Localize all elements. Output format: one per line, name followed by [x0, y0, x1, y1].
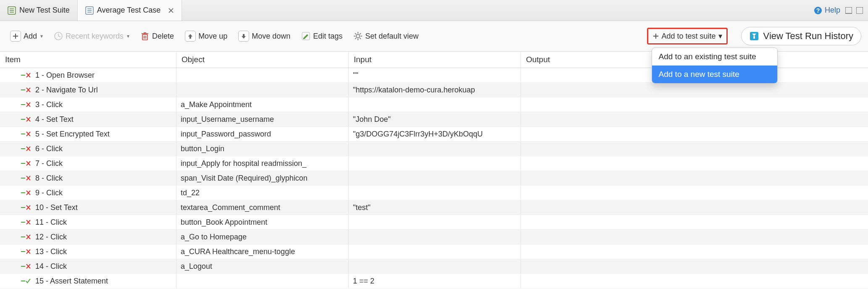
- step-status-icon: [21, 219, 31, 226]
- step-status-icon: [21, 278, 31, 284]
- table-row[interactable]: 6 - Clickbutton_Login: [0, 142, 868, 156]
- cell-output: [521, 230, 868, 244]
- chevron-down-icon: ▾: [40, 33, 43, 39]
- cell-item: 3 - Click: [0, 97, 176, 112]
- table-row[interactable]: 7 - Clickinput_Apply for hospital readmi…: [0, 156, 868, 171]
- cell-input: "https://katalon-demo-cura.herokuap: [349, 83, 521, 97]
- cell-output: [521, 274, 868, 288]
- step-label: 11 - Click: [35, 218, 67, 227]
- step-status-icon: [21, 72, 31, 79]
- cell-input: "John Doe": [349, 112, 521, 126]
- delete-button[interactable]: Delete: [137, 29, 177, 43]
- view-test-run-history-button[interactable]: View Test Run History: [741, 27, 861, 45]
- move-down-button[interactable]: Move down: [235, 28, 294, 44]
- tab-new-test-suite[interactable]: New Test Suite: [0, 0, 78, 21]
- cell-item: 14 - Click: [0, 259, 176, 273]
- cell-object: [176, 274, 349, 288]
- plus-icon: [652, 33, 659, 39]
- window-buttons: [845, 7, 863, 14]
- step-label: 2 - Navigate To Url: [35, 86, 98, 94]
- cell-output: [521, 112, 868, 126]
- step-label: 8 - Click: [35, 174, 63, 183]
- dropdown-item-label: Add to a new test suite: [659, 70, 739, 79]
- cell-object: [176, 68, 349, 82]
- svg-line-31: [355, 38, 356, 39]
- table-row[interactable]: 8 - Clickspan_Visit Date (Required)_glyp…: [0, 171, 868, 186]
- cell-output: [521, 215, 868, 229]
- step-status-icon: [21, 234, 31, 240]
- set-default-view-button[interactable]: Set default view: [350, 29, 422, 43]
- cell-item: 1 - Open Browser: [0, 68, 176, 82]
- trash-icon: [140, 32, 150, 41]
- svg-line-29: [355, 33, 356, 34]
- cell-input: [349, 259, 521, 273]
- tab-bar: New Test Suite Average Test Case ? Help: [0, 0, 868, 21]
- delete-label: Delete: [152, 32, 174, 41]
- move-up-button[interactable]: Move up: [181, 28, 231, 44]
- cell-object: [176, 83, 349, 97]
- toolbar: Add ▾ Recent keywords ▾ Delete Move up: [0, 21, 868, 52]
- cell-object: a_Make Appointment: [176, 97, 349, 112]
- column-header-input[interactable]: Input: [349, 52, 521, 68]
- table-row[interactable]: 12 - Clicka_Go to Homepage: [0, 230, 868, 244]
- cell-output: [521, 259, 868, 273]
- tab-label: New Test Suite: [19, 6, 70, 15]
- table-row[interactable]: 10 - Set Texttextarea_Comment_comment"te…: [0, 200, 868, 215]
- cell-item: 13 - Click: [0, 244, 176, 259]
- cell-object: button_Login: [176, 142, 349, 156]
- help-link[interactable]: ? Help: [814, 6, 840, 15]
- add-button[interactable]: Add ▾: [7, 28, 46, 44]
- add-to-test-suite-button[interactable]: Add to test suite ▾: [650, 30, 725, 42]
- recent-keywords-label: Recent keywords: [66, 32, 124, 41]
- tabbar-right: ? Help: [814, 0, 868, 21]
- cell-item: 12 - Click: [0, 230, 176, 244]
- minimize-button[interactable]: [845, 7, 852, 14]
- table-row[interactable]: 13 - Clicka_CURA Healthcare_menu-toggle: [0, 244, 868, 259]
- cell-item: 5 - Set Encrypted Text: [0, 127, 176, 141]
- table-row[interactable]: 15 - Assert Statement1 == 2: [0, 274, 868, 289]
- cell-object: button_Book Appointment: [176, 215, 349, 229]
- svg-line-30: [360, 38, 361, 39]
- table-row[interactable]: 2 - Navigate To Url"https://katalon-demo…: [0, 83, 868, 97]
- help-label: Help: [825, 6, 840, 15]
- table-row[interactable]: 5 - Set Encrypted Textinput_Password_pas…: [0, 127, 868, 142]
- cell-output: [521, 186, 868, 200]
- dropdown-item-existing-suite[interactable]: Add to an existing test suite: [652, 48, 777, 66]
- dropdown-item-new-suite[interactable]: Add to a new test suite: [652, 66, 777, 83]
- step-label: 14 - Click: [35, 262, 67, 271]
- cell-item: 6 - Click: [0, 142, 176, 156]
- cell-item: 11 - Click: [0, 215, 176, 229]
- add-to-test-suite-dropdown: Add to an existing test suite Add to a n…: [652, 47, 778, 84]
- table-row[interactable]: 14 - Clicka_Logout: [0, 259, 868, 274]
- column-header-item[interactable]: Item: [0, 52, 176, 68]
- edit-tags-button[interactable]: Edit tags: [298, 29, 346, 43]
- table-row[interactable]: 9 - Clicktd_22: [0, 186, 868, 200]
- column-header-object[interactable]: Object: [176, 52, 349, 68]
- gear-icon: [353, 32, 363, 41]
- cell-output: [521, 156, 868, 171]
- step-label: 7 - Click: [35, 159, 63, 168]
- step-status-icon: [21, 248, 31, 255]
- step-status-icon: [21, 189, 31, 196]
- cell-output: [521, 244, 868, 259]
- maximize-button[interactable]: [856, 7, 863, 14]
- cell-object: a_Go to Homepage: [176, 230, 349, 244]
- svg-text:?: ?: [816, 7, 820, 14]
- test-case-icon: [85, 6, 94, 15]
- cell-input: [349, 97, 521, 112]
- table-row[interactable]: 4 - Set Textinput_Username_username"John…: [0, 112, 868, 127]
- move-up-label: Move up: [198, 32, 227, 41]
- close-icon[interactable]: [168, 8, 174, 13]
- table-row[interactable]: 3 - Clicka_Make Appointment: [0, 97, 868, 112]
- plus-icon: [10, 31, 21, 42]
- cell-item: 4 - Set Text: [0, 112, 176, 126]
- svg-line-16: [58, 36, 60, 37]
- step-status-icon: [21, 145, 31, 152]
- tab-label: Average Test Case: [97, 6, 160, 15]
- table-row[interactable]: 11 - Clickbutton_Book Appointment: [0, 215, 868, 230]
- cell-item: 8 - Click: [0, 171, 176, 185]
- recent-keywords-button[interactable]: Recent keywords ▾: [50, 29, 133, 43]
- add-to-test-suite-highlight: Add to test suite ▾ Add to an existing t…: [647, 28, 728, 45]
- chevron-down-icon: ▾: [127, 33, 129, 39]
- tab-average-test-case[interactable]: Average Test Case: [78, 0, 182, 21]
